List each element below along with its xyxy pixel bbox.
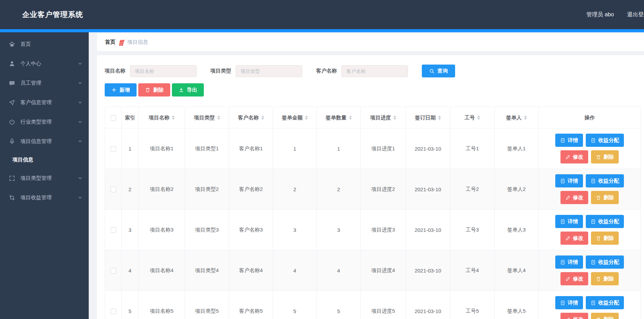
accent-strip bbox=[0, 29, 644, 32]
edit-button[interactable]: 修改 bbox=[560, 232, 588, 245]
sort-icon[interactable] bbox=[217, 116, 220, 120]
cell-sign-date: 2021-03-10 bbox=[406, 128, 450, 169]
sort-icon[interactable] bbox=[305, 116, 308, 120]
chevron-up-icon bbox=[78, 139, 82, 144]
edit-button[interactable]: 修改 bbox=[560, 150, 588, 163]
sort-icon[interactable] bbox=[349, 116, 352, 120]
col-sign-date[interactable]: 签订日期 bbox=[406, 107, 450, 128]
logout-link[interactable]: 退出登录 bbox=[627, 11, 644, 18]
document-icon bbox=[591, 178, 596, 184]
sidebar-subitem-project-info[interactable]: 项目信息 bbox=[0, 151, 89, 168]
trash-icon bbox=[596, 317, 601, 319]
income-allocate-button[interactable]: 收益分配 bbox=[586, 215, 624, 228]
cell-signer: 签单人1 bbox=[495, 128, 539, 169]
sidebar-item-label: 首页 bbox=[20, 41, 31, 48]
sidebar-item-project-income[interactable]: 项目收益管理 bbox=[0, 188, 89, 207]
sidebar-item-staff[interactable]: 员工管理 bbox=[0, 73, 89, 93]
search-form: 项目名称 项目类型 客户名称 查询 bbox=[105, 65, 644, 77]
sidebar-item-customer-info[interactable]: 客户信息管理 bbox=[0, 93, 89, 112]
cell-sign-amount: 4 bbox=[273, 250, 317, 291]
col-worker-id[interactable]: 工号 bbox=[450, 107, 495, 128]
row-checkbox[interactable] bbox=[111, 268, 116, 274]
sidebar-item-project-info-group[interactable]: 项目信息管理 bbox=[0, 132, 89, 151]
current-user[interactable]: 管理员 abo bbox=[586, 11, 614, 18]
col-project-progress[interactable]: 项目进度 bbox=[361, 107, 406, 128]
export-button[interactable]: 导出 bbox=[172, 83, 204, 96]
pencil-icon bbox=[565, 154, 571, 160]
income-allocate-button[interactable]: 收益分配 bbox=[586, 296, 624, 309]
sort-icon[interactable] bbox=[172, 116, 175, 120]
sidebar-item-profile[interactable]: 个人中心 bbox=[0, 54, 89, 73]
cell-customer-name: 客户名称2 bbox=[229, 169, 273, 210]
project-name-input[interactable] bbox=[130, 65, 197, 77]
income-allocate-button[interactable]: 收益分配 bbox=[586, 174, 624, 187]
add-button[interactable]: 新增 bbox=[105, 83, 137, 96]
sidebar-item-label: 行业类型管理 bbox=[20, 119, 52, 125]
sidebar-item-label: 项目收益管理 bbox=[20, 194, 52, 201]
row-delete-button[interactable]: 删除 bbox=[591, 232, 619, 245]
document-icon bbox=[560, 138, 565, 143]
cell-project-progress: 项目进度4 bbox=[361, 250, 406, 291]
breadcrumb: 首页 fff 项目信息 bbox=[97, 33, 644, 51]
income-allocate-button[interactable]: 收益分配 bbox=[586, 255, 624, 269]
row-delete-button[interactable]: 删除 bbox=[591, 272, 619, 285]
cell-project-name: 项目名称4 bbox=[139, 250, 185, 291]
query-button[interactable]: 查询 bbox=[422, 65, 455, 77]
scan-icon bbox=[9, 175, 15, 182]
project-type-label: 项目类型 bbox=[210, 68, 231, 74]
cell-sign-quantity: 5 bbox=[317, 291, 361, 319]
col-actions: 操作 bbox=[539, 107, 641, 128]
row-checkbox[interactable] bbox=[111, 227, 116, 233]
row-checkbox[interactable] bbox=[111, 146, 116, 152]
trash-icon bbox=[596, 276, 601, 282]
row-delete-button[interactable]: 删除 bbox=[591, 150, 619, 163]
cell-project-progress: 项目进度2 bbox=[361, 169, 406, 210]
cell-signer: 签单人2 bbox=[495, 169, 539, 210]
sidebar-item-home[interactable]: 首页 bbox=[0, 34, 89, 54]
sidebar-item-project-type[interactable]: 项目类型管理 bbox=[0, 168, 89, 188]
project-table: 索引 项目名称 项目类型 客户名称 签单金额 签单数量 项目进度 签订日期 工号… bbox=[105, 107, 641, 319]
detail-button[interactable]: 详情 bbox=[555, 174, 583, 187]
sort-icon[interactable] bbox=[393, 116, 396, 120]
table-row: 2 项目名称2 项目类型2 客户名称2 2 2 项目进度2 2021-03-10… bbox=[105, 169, 641, 210]
sort-icon[interactable] bbox=[438, 116, 441, 120]
cell-project-type: 项目类型3 bbox=[185, 210, 229, 250]
sort-icon[interactable] bbox=[524, 116, 527, 120]
edit-button[interactable]: 修改 bbox=[560, 313, 588, 319]
cell-sign-amount: 5 bbox=[273, 291, 317, 319]
col-sign-quantity[interactable]: 签单数量 bbox=[317, 107, 361, 128]
detail-button[interactable]: 详情 bbox=[555, 255, 583, 269]
select-all-cell bbox=[105, 107, 122, 128]
detail-button[interactable]: 详情 bbox=[555, 296, 583, 309]
row-checkbox[interactable] bbox=[111, 309, 116, 314]
project-name-label: 项目名称 bbox=[105, 68, 125, 74]
cell-worker-id: 工号4 bbox=[450, 250, 495, 291]
detail-button[interactable]: 详情 bbox=[555, 134, 583, 147]
customer-name-label: 客户名称 bbox=[316, 68, 337, 74]
sort-icon[interactable] bbox=[477, 116, 480, 120]
col-index: 索引 bbox=[122, 107, 139, 128]
select-all-checkbox[interactable] bbox=[111, 115, 116, 121]
sidebar-item-industry-type[interactable]: 行业类型管理 bbox=[0, 112, 89, 132]
row-checkbox[interactable] bbox=[111, 187, 116, 192]
col-sign-amount[interactable]: 签单金额 bbox=[273, 107, 317, 128]
income-allocate-button[interactable]: 收益分配 bbox=[586, 134, 624, 147]
project-type-input[interactable] bbox=[236, 65, 302, 77]
navbar-right: 管理员 abo 退出登录 bbox=[586, 0, 644, 29]
edit-button[interactable]: 修改 bbox=[560, 191, 588, 204]
edit-button[interactable]: 修改 bbox=[560, 272, 588, 285]
cell-sign-amount: 1 bbox=[273, 128, 317, 169]
delete-button[interactable]: 删除 bbox=[138, 83, 170, 96]
col-signer[interactable]: 签单人 bbox=[495, 107, 539, 128]
col-project-type[interactable]: 项目类型 bbox=[185, 107, 229, 128]
row-delete-button[interactable]: 删除 bbox=[591, 191, 619, 204]
row-delete-button[interactable]: 删除 bbox=[591, 313, 619, 319]
detail-button[interactable]: 详情 bbox=[555, 215, 583, 228]
document-icon bbox=[560, 219, 565, 224]
customer-name-input[interactable] bbox=[341, 65, 408, 77]
sort-icon[interactable] bbox=[261, 116, 264, 120]
project-info-panel: 项目名称 项目类型 客户名称 查询 新增 删除 bbox=[97, 55, 644, 319]
breadcrumb-home[interactable]: 首页 bbox=[105, 39, 115, 45]
col-project-name[interactable]: 项目名称 bbox=[139, 107, 185, 128]
col-customer-name[interactable]: 客户名称 bbox=[229, 107, 273, 128]
